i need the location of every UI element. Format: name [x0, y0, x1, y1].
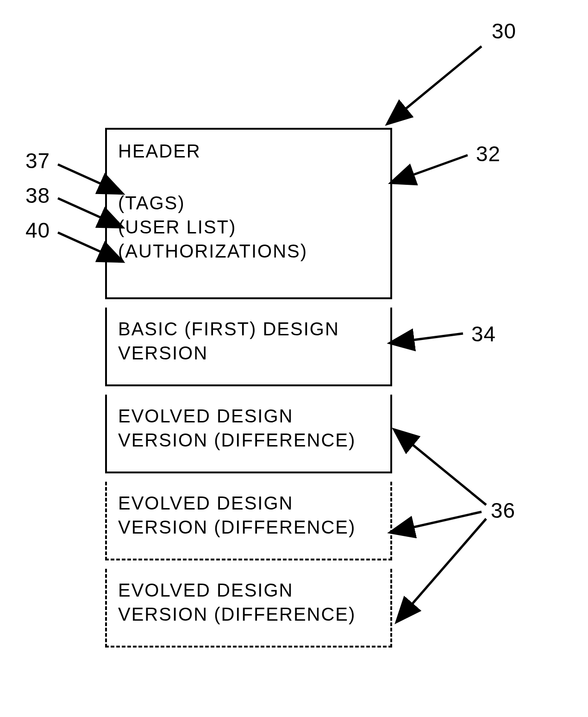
block-basic: BASIC (FIRST) DESIGN VERSION — [105, 308, 392, 386]
svg-line-0 — [403, 46, 482, 111]
arrow-30 — [380, 42, 491, 125]
header-authorizations: (AUTHORIZATIONS) — [118, 239, 379, 263]
evolved2-text: EVOLVED DESIGN VERSION (DIFFERENCE) — [118, 491, 379, 539]
label-37: 37 — [25, 148, 50, 173]
header-userlist: (USER LIST) — [118, 215, 379, 239]
svg-line-6 — [58, 164, 104, 185]
evolved3-text: EVOLVED DESIGN VERSION (DIFFERENCE) — [118, 578, 379, 626]
svg-line-7 — [58, 198, 104, 219]
header-title: HEADER — [118, 139, 379, 163]
arrow-36a — [398, 433, 500, 516]
arrow-36c — [398, 516, 500, 618]
header-tags: (TAGS) — [118, 191, 379, 215]
label-40: 40 — [25, 218, 50, 243]
svg-line-1 — [410, 155, 468, 176]
arrow-32 — [396, 151, 479, 188]
svg-line-5 — [410, 519, 486, 607]
block-evolved-1: EVOLVED DESIGN VERSION (DIFFERENCE) — [105, 395, 392, 473]
svg-line-8 — [58, 233, 104, 253]
block-evolved-2: EVOLVED DESIGN VERSION (DIFFERENCE) — [105, 482, 392, 560]
block-evolved-3: EVOLVED DESIGN VERSION (DIFFERENCE) — [105, 569, 392, 648]
svg-line-3 — [410, 442, 486, 505]
arrow-34 — [398, 327, 472, 350]
label-34: 34 — [471, 321, 496, 346]
svg-line-2 — [410, 333, 463, 340]
evolved1-text: EVOLVED DESIGN VERSION (DIFFERENCE) — [118, 404, 379, 452]
label-38: 38 — [25, 183, 50, 208]
label-30: 30 — [492, 19, 516, 44]
label-32: 32 — [476, 141, 500, 166]
block-header: HEADER (TAGS) (USER LIST) (AUTHORIZATION… — [105, 128, 392, 299]
basic-text: BASIC (FIRST) DESIGN VERSION — [118, 317, 379, 365]
